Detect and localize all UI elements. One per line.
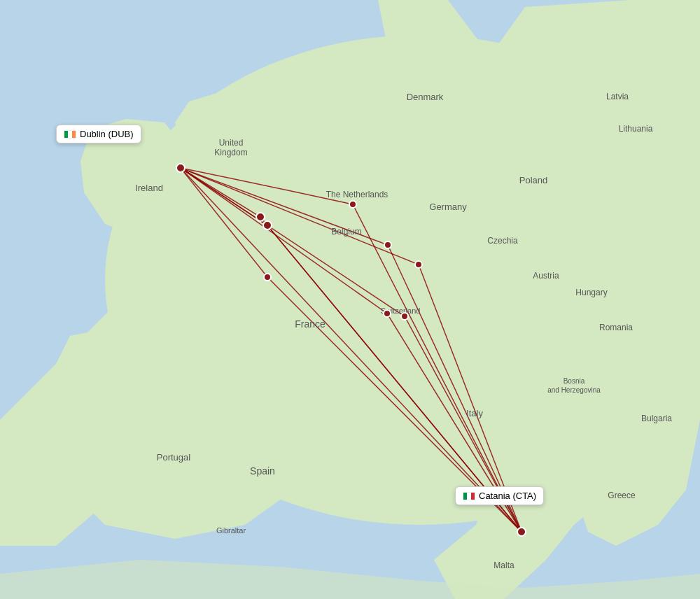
svg-text:and Herzegovina: and Herzegovina	[547, 386, 601, 394]
svg-text:Romania: Romania	[599, 323, 633, 332]
svg-text:Bosnia: Bosnia	[564, 377, 585, 385]
svg-text:Malta: Malta	[493, 561, 514, 570]
svg-text:Denmark: Denmark	[407, 92, 444, 102]
map-container: Ireland United Kingdom Denmark The Nethe…	[0, 0, 700, 599]
svg-text:Austria: Austria	[533, 271, 559, 281]
svg-text:Kingdom: Kingdom	[214, 148, 247, 157]
svg-point-29	[263, 221, 272, 230]
svg-text:The Netherlands: The Netherlands	[326, 190, 388, 199]
svg-text:Italy: Italy	[466, 408, 483, 418]
svg-text:Portugal: Portugal	[157, 452, 191, 463]
svg-point-34	[401, 313, 408, 320]
svg-text:Hungary: Hungary	[575, 288, 607, 297]
svg-point-33	[384, 310, 391, 317]
svg-text:Poland: Poland	[519, 175, 547, 185]
svg-text:Gibraltar: Gibraltar	[216, 526, 246, 535]
svg-point-36	[517, 528, 526, 536]
svg-point-30	[264, 274, 271, 281]
svg-text:Greece: Greece	[608, 491, 636, 500]
svg-text:Bulgaria: Bulgaria	[641, 414, 672, 423]
svg-text:Belgium: Belgium	[331, 227, 361, 237]
svg-text:Spain: Spain	[250, 465, 275, 477]
svg-text:Germany: Germany	[429, 202, 467, 212]
svg-point-27	[349, 201, 356, 208]
map-svg: Ireland United Kingdom Denmark The Nethe…	[0, 0, 700, 599]
svg-point-31	[384, 241, 391, 248]
svg-point-28	[256, 213, 265, 221]
svg-text:Latvia: Latvia	[606, 92, 629, 101]
svg-text:France: France	[295, 318, 326, 330]
svg-point-35	[176, 164, 185, 172]
svg-point-32	[415, 261, 422, 268]
country-ireland: Ireland	[135, 183, 163, 193]
svg-text:United: United	[219, 138, 244, 148]
svg-text:Lithuania: Lithuania	[619, 124, 653, 134]
svg-text:Czechia: Czechia	[487, 236, 518, 246]
